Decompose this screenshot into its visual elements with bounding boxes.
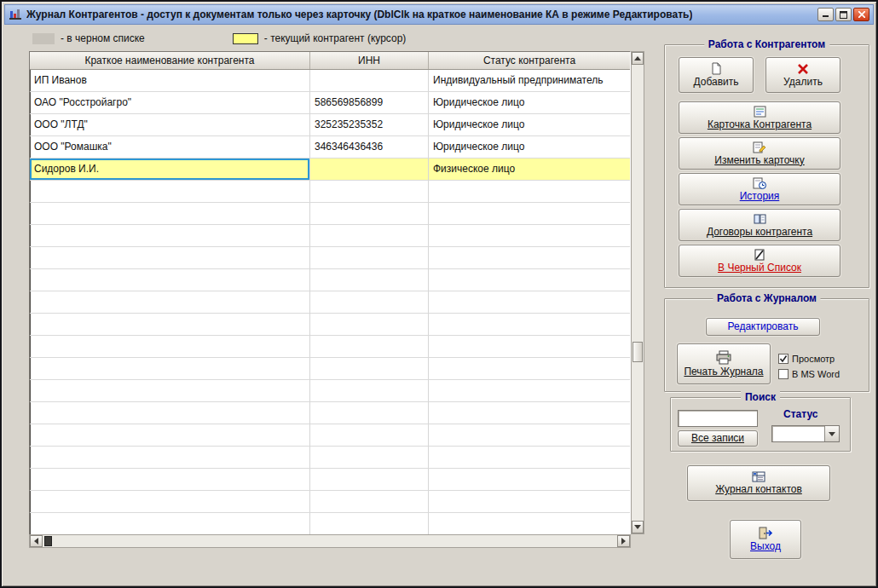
empty-cell[interactable] — [310, 358, 429, 380]
empty-cell[interactable] — [30, 314, 310, 336]
empty-cell[interactable] — [30, 291, 310, 314]
empty-cell[interactable] — [310, 203, 429, 225]
blacklist-button[interactable]: В Черный Список — [679, 245, 840, 277]
empty-cell[interactable] — [30, 358, 310, 380]
cell-inn[interactable] — [310, 70, 429, 92]
add-button[interactable]: Добавить — [679, 57, 754, 93]
arrow-left-icon — [34, 538, 38, 545]
cell-name[interactable]: ИП Иванов — [30, 70, 310, 92]
empty-cell[interactable] — [429, 291, 630, 314]
empty-cell[interactable] — [30, 424, 310, 447]
maximize-button[interactable] — [835, 8, 852, 21]
chevron-down-icon[interactable] — [824, 426, 839, 441]
table-row-empty — [30, 447, 630, 469]
cell-status[interactable]: Юридическое лицо — [429, 136, 630, 159]
empty-cell[interactable] — [429, 402, 630, 424]
scroll-down-button[interactable] — [632, 521, 644, 533]
empty-cell[interactable] — [30, 181, 310, 203]
empty-cell[interactable] — [30, 491, 310, 513]
scroll-right-button[interactable] — [617, 535, 630, 547]
empty-cell[interactable] — [310, 336, 429, 358]
empty-cell[interactable] — [30, 513, 310, 535]
cell-name-selected[interactable]: Сидоров И.И. — [30, 159, 310, 181]
cell-status[interactable]: Индивидуальный предприниматель — [429, 70, 630, 92]
search-input[interactable] — [678, 410, 758, 427]
print-journal-button[interactable]: Печать Журнала — [677, 343, 771, 384]
horizontal-scroll-thumb[interactable] — [44, 536, 52, 546]
empty-cell[interactable] — [30, 402, 310, 424]
empty-cell[interactable] — [30, 469, 310, 491]
empty-cell[interactable] — [30, 225, 310, 247]
empty-cell[interactable] — [30, 336, 310, 358]
empty-cell[interactable] — [30, 203, 310, 225]
empty-cell[interactable] — [429, 513, 630, 535]
preview-checkbox[interactable]: Просмотр — [778, 354, 835, 364]
title-bar[interactable]: Журнал Контрагентов - доступ к документа… — [4, 4, 874, 25]
minimize-button[interactable] — [817, 8, 834, 21]
cell-status[interactable]: Физическое лицо — [429, 159, 630, 181]
empty-cell[interactable] — [310, 269, 429, 291]
empty-cell[interactable] — [310, 291, 429, 314]
empty-cell[interactable] — [310, 469, 429, 491]
blacklist-icon — [754, 249, 765, 261]
empty-cell[interactable] — [429, 469, 630, 491]
empty-cell[interactable] — [30, 269, 310, 291]
scroll-left-button[interactable] — [30, 535, 43, 547]
table-row-empty — [30, 269, 630, 291]
empty-cell[interactable] — [429, 424, 630, 447]
empty-cell[interactable] — [310, 314, 429, 336]
all-records-button[interactable]: Все записи — [678, 430, 758, 447]
empty-cell[interactable] — [429, 269, 630, 291]
horizontal-scrollbar[interactable] — [29, 534, 631, 548]
contacts-journal-button[interactable]: Журнал контактов — [687, 465, 830, 501]
cell-status[interactable]: Юридическое лицо — [429, 114, 630, 136]
history-button[interactable]: История — [679, 173, 840, 205]
empty-cell[interactable] — [429, 380, 630, 402]
cell-name[interactable]: ОАО "Росстройагро" — [30, 92, 310, 114]
empty-cell[interactable] — [429, 314, 630, 336]
empty-cell[interactable] — [310, 513, 429, 535]
empty-cell[interactable] — [30, 247, 310, 269]
msword-checkbox[interactable]: В MS Word — [778, 369, 840, 379]
table-row-empty — [30, 513, 630, 535]
cell-inn[interactable]: 346346436436 — [310, 136, 429, 159]
empty-cell[interactable] — [310, 402, 429, 424]
cell-inn[interactable] — [310, 159, 429, 181]
empty-cell[interactable] — [429, 181, 630, 203]
empty-cell[interactable] — [429, 336, 630, 358]
vertical-scroll-thumb[interactable] — [633, 342, 643, 362]
empty-cell[interactable] — [429, 203, 630, 225]
empty-cell[interactable] — [310, 424, 429, 447]
close-button[interactable] — [853, 8, 869, 21]
status-combobox[interactable] — [771, 425, 840, 442]
cell-inn[interactable]: 586569856899 — [310, 92, 429, 114]
empty-cell[interactable] — [429, 491, 630, 513]
edit-card-button[interactable]: Изменить карточку — [679, 137, 840, 170]
cell-name[interactable]: ООО "ЛТД" — [30, 114, 310, 136]
empty-cell[interactable] — [310, 491, 429, 513]
empty-cell[interactable] — [429, 247, 630, 269]
empty-cell[interactable] — [429, 358, 630, 380]
app-icon — [9, 8, 22, 21]
empty-cell[interactable] — [30, 380, 310, 402]
edit-mode-button[interactable]: Редактировать — [706, 318, 820, 336]
window-title: Журнал Контрагентов - доступ к документа… — [26, 9, 692, 20]
empty-cell[interactable] — [310, 447, 429, 469]
empty-cell[interactable] — [30, 447, 310, 469]
exit-button[interactable]: Выход — [730, 520, 801, 559]
empty-cell[interactable] — [310, 247, 429, 269]
scroll-up-button[interactable] — [632, 52, 644, 65]
empty-cell[interactable] — [429, 447, 630, 469]
cell-status[interactable]: Юридическое лицо — [429, 92, 630, 114]
cell-inn[interactable]: 325235235352 — [310, 114, 429, 136]
empty-cell[interactable] — [310, 380, 429, 402]
delete-button[interactable]: Удалить — [765, 57, 840, 93]
empty-cell[interactable] — [310, 181, 429, 203]
counterparty-card-button[interactable]: Карточка Контрагента — [679, 101, 840, 134]
empty-cell[interactable] — [429, 225, 630, 247]
cell-name[interactable]: ООО "Ромашка" — [30, 136, 310, 159]
counterparty-grid: Краткое наименование контрагента ИНН Ста… — [29, 51, 631, 536]
vertical-scrollbar[interactable] — [631, 51, 644, 534]
contracts-button[interactable]: Договоры контрагента — [679, 209, 840, 241]
empty-cell[interactable] — [310, 225, 429, 247]
